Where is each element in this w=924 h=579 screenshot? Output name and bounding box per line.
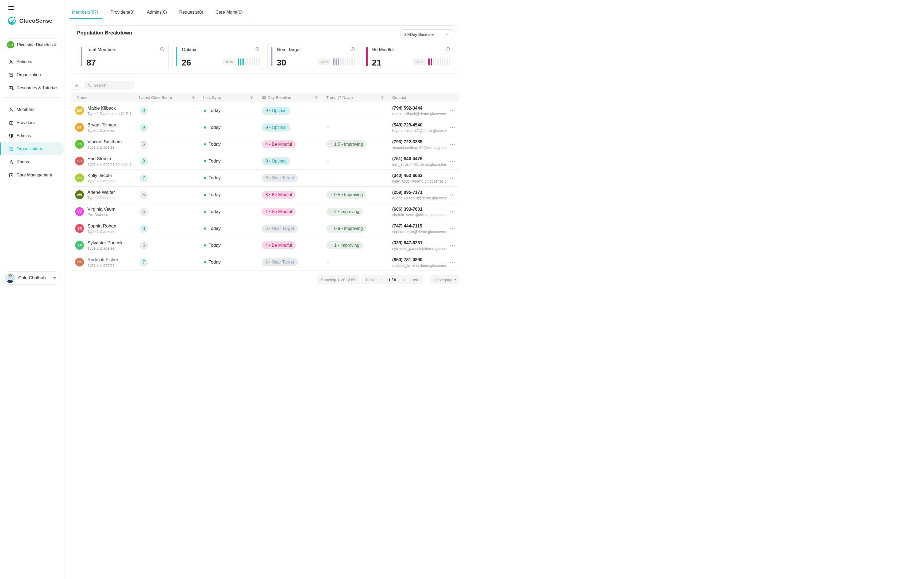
tab-admins-0[interactable]: Admins(0) [146,10,168,19]
avatar: RF [75,258,84,267]
glucoscore-cell: 9 [139,107,203,115]
contact-phone: (549) 729-4540 [392,123,446,128]
org-selector[interactable]: RD Riverside Diabetes & En [3,38,61,51]
trend-empty: - [326,159,329,164]
flask-icon [8,159,14,165]
search-box[interactable] [84,81,135,90]
member-name-cell: SPSylvester PaucekType 2 Diabetes [71,240,139,251]
hamburger-menu-button[interactable] [8,6,14,10]
info-icon[interactable] [160,47,165,52]
contact-cell: (259) 995-7171arlene.walter78@demo.gluco… [392,190,460,200]
baseline-range-select[interactable]: 30-Day Baseline [401,29,453,39]
row-actions-menu[interactable] [450,243,455,247]
brand: GlucoSense [7,16,52,26]
baseline-badge: 6 • Near Target [262,224,298,232]
pagination-last-button[interactable]: Last [410,278,418,282]
tab-members-87[interactable]: Members(87) [71,10,99,19]
member-condition: Type 2 Diabetes [87,128,116,132]
sidebar-item-resources-tutorials[interactable]: Resources & Tutorials [0,81,64,94]
per-page-select[interactable]: 20 per page [430,275,460,285]
search-input[interactable] [93,83,131,87]
sidebar-item-label: Providers [16,120,35,125]
pagination-next-icon[interactable]: › [402,277,404,283]
glucoscore-cell: 8 [139,224,203,233]
stat-label: Optimal [182,47,198,52]
row-actions-menu[interactable] [450,226,455,231]
table-row[interactable]: SRSophia RohanType 1 Diabetes8Today6 • N… [71,220,460,237]
last-sync-cell: Today [203,142,262,147]
pagination-first-button[interactable]: First [366,278,374,282]
tab-care-mgmt-0[interactable]: Care Mgmt(0) [215,10,244,19]
table-row[interactable]: ESEarl StrosinType 2 Diabetes on GLP-19T… [71,153,460,170]
contact-cell: (747) 444-7115sophia.rohan@demo.glucosen… [392,224,460,234]
row-actions-menu[interactable] [450,125,455,130]
pagination-prev-icon[interactable]: ‹ [380,277,382,283]
clipboard-icon [8,172,14,178]
sidebar-item-care-management[interactable]: Care Management [0,168,64,182]
stat-accent-bar [176,47,177,66]
sync-status-dot [204,143,206,146]
member-condition: Type 2 Diabetes on GLP-1 [87,111,132,116]
last-sync-cell: Today [203,159,262,164]
baseline-cell: 6 • Near Target [262,224,326,232]
avatar: SP [75,241,84,250]
row-actions-menu[interactable] [450,142,455,147]
tab-providers-0[interactable]: Providers(0) [110,10,135,19]
table-row[interactable]: MKMable KilbackType 2 Diabetes on GLP-19… [71,102,460,119]
arrow-up-icon: ↑ [330,243,332,248]
table-row[interactable]: KJKelly JacobiType 2 Diabetes7Today6 • N… [71,170,460,186]
glucoscore-cell: 5 [139,140,203,149]
info-icon[interactable] [445,47,450,52]
baseline-cell: 9 • Optimal [262,157,326,165]
contact-cell: (606) 393-7631virginia_veum@demo.glucose… [392,207,460,217]
row-actions-menu[interactable] [450,159,455,164]
info-icon[interactable] [255,47,260,52]
view-toggle-button[interactable] [72,81,81,90]
filter-icon[interactable] [250,95,254,100]
avatar: BT [75,123,84,132]
tab-requests-0[interactable]: Requests(0) [178,10,204,19]
row-actions-menu[interactable] [450,108,455,113]
range-select-value: 30-Day Baseline [404,32,433,37]
table-row[interactable]: VVVirginia VeumPre-Diabetic5Today4 • Be … [71,203,460,220]
row-actions-menu[interactable] [450,176,455,180]
brand-name: GlucoSense [19,18,52,24]
filter-icon[interactable] [380,95,384,100]
member-condition: Type 1 Diabetes [87,229,116,234]
sidebar-item-members[interactable]: Members [0,103,64,116]
table-row[interactable]: RFRudolph FisherType 1 Diabetes7Today6 •… [71,254,460,271]
sidebar-item-organizations[interactable]: Organizations [3,142,64,155]
sidebar-item-organization[interactable]: Organization [0,68,64,81]
trend-empty: - [326,108,329,113]
table-row[interactable]: AWArlene WalterType 2 Diabetes5Today3 • … [71,186,460,203]
user-menu[interactable]: Cole Chalhub [3,272,61,285]
tab-bar: Members(87)Providers(0)Admins(0)Requests… [71,10,253,19]
table-row[interactable]: SPSylvester PaucekType 2 Diabetes5Today4… [71,237,460,254]
row-actions-menu[interactable] [450,209,455,214]
sidebar-item-providers[interactable]: Providers [0,116,64,129]
info-icon[interactable] [350,47,355,52]
trend-badge: ↑2 • Improving [326,208,363,216]
row-actions-menu[interactable] [450,193,455,197]
sidebar-item-rheos[interactable]: Rheos [0,155,64,168]
stat-distribution: 34% [317,58,355,65]
sidebar-item-admins[interactable]: Admins [0,129,64,142]
stat-card-near-target: Near Target3034% [267,43,359,70]
storefront-icon [8,72,14,78]
filter-icon[interactable] [191,95,195,100]
sidebar-item-patients[interactable]: Patients [0,55,64,68]
table-row[interactable]: BTBryant TillmanType 2 Diabetes9Today9 •… [71,119,460,136]
baseline-badge: 6 • Near Target [262,258,298,266]
table-header: NameLatest GlucoScoreLast Sync30-Day Bas… [71,93,460,102]
baseline-cell: 4 • Be Mindful [262,208,326,216]
trend-cell: - [326,159,392,164]
sidebar-item-label: Admins [16,133,31,138]
contact-phone: (747) 444-7115 [392,224,446,229]
row-actions-menu[interactable] [450,260,455,264]
table-body: MKMable KilbackType 2 Diabetes on GLP-19… [71,102,460,271]
baseline-badge: 9 • Optimal [262,124,290,131]
filter-icon[interactable] [314,95,318,100]
member-name-cell: VSVincent SmithamType 2 Diabetes [71,139,139,150]
table-row[interactable]: VSVincent SmithamType 2 Diabetes5Today4 … [71,136,460,153]
member-condition: Type 1 Diabetes [87,263,118,267]
